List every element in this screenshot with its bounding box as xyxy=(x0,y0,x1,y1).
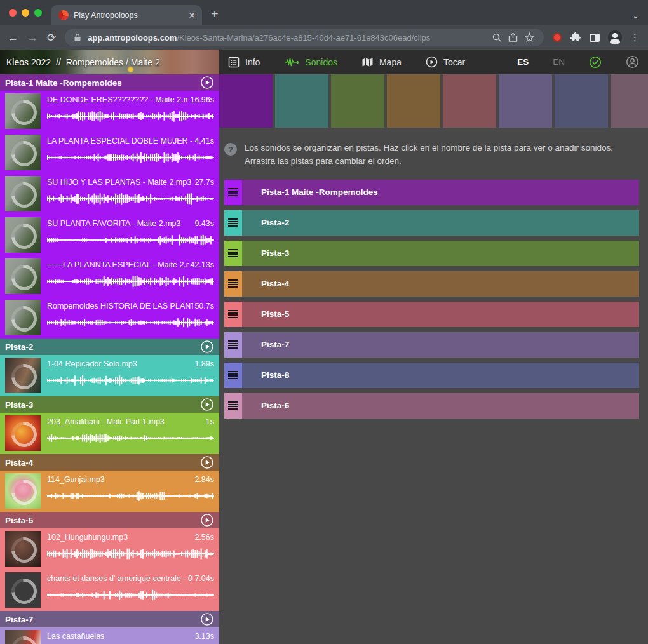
minimize-window-button[interactable] xyxy=(22,9,29,17)
audio-clip[interactable]: Rompemoldes HISTORIA DE LAS PLANTAS... 5… xyxy=(0,297,219,339)
track-row[interactable]: Pista-6 xyxy=(224,393,639,419)
account-icon[interactable] xyxy=(626,55,639,69)
drag-handle[interactable] xyxy=(224,271,242,297)
lang-en-button[interactable]: EN xyxy=(553,57,565,67)
audio-clip[interactable]: 114_Gunjai.mp3 2.84s xyxy=(0,471,219,512)
track-row-bar[interactable]: Pista-7 xyxy=(242,332,639,358)
zoom-page-icon[interactable] xyxy=(492,32,502,43)
drag-handle-icon xyxy=(228,218,238,227)
track-name: Pista-3 xyxy=(5,400,200,410)
track-play-icon[interactable] xyxy=(200,455,214,469)
track-rows: Pista-1 Maite -Rompemoldes Pista-2 Pista… xyxy=(224,180,639,419)
drag-handle[interactable] xyxy=(224,393,242,419)
breadcrumb-path: Rompemoldes / Maite 2 xyxy=(66,57,160,67)
track-row-bar[interactable]: Pista-3 xyxy=(242,241,639,266)
forward-button[interactable]: → xyxy=(27,32,38,43)
tab-close-icon[interactable]: ✕ xyxy=(188,10,196,20)
share-icon[interactable] xyxy=(508,32,518,43)
audio-clip[interactable]: SU HIJO Y LAS PLANTAS - Maite 2.mp3 27.7… xyxy=(0,173,219,215)
breadcrumb[interactable]: Kleos 2022 // Rompemoldes / Maite 2 xyxy=(0,50,219,74)
clip-duration: 3.13s xyxy=(194,632,214,641)
audio-clip[interactable]: SU PLANTA FAVORITA - Maite 2.mp3 9.43s xyxy=(0,215,219,256)
browser-menu-icon[interactable]: ⋮ xyxy=(630,32,640,43)
record-extension-icon[interactable] xyxy=(553,33,562,42)
track-play-icon[interactable] xyxy=(200,513,214,527)
tab-mapa-label: Mapa xyxy=(379,57,402,67)
track-row[interactable]: Pista-1 Maite -Rompemoldes xyxy=(224,180,639,205)
audio-clip[interactable]: LA PLANTA ESPECIAL DOBLE MUJER - Mai... … xyxy=(0,132,219,173)
waveform-icon xyxy=(284,57,299,67)
clip-duration: 7.04s xyxy=(194,574,214,583)
track-play-icon[interactable] xyxy=(200,340,214,354)
tab-tocar[interactable]: Tocar xyxy=(426,56,465,68)
track-row[interactable]: Pista-8 xyxy=(224,363,639,388)
clip-waveform xyxy=(47,233,214,247)
track-play-icon[interactable] xyxy=(200,398,214,412)
sidebar-track-section: Pista-5 102_Hunguhungu.mp3 2.56s chants … xyxy=(0,512,219,611)
new-tab-button[interactable]: + xyxy=(211,7,219,25)
audio-clip[interactable]: 1-04 Repicador Solo.mp3 1.89s xyxy=(0,355,219,396)
audio-clip[interactable]: 102_Hunguhungu.mp3 2.56s xyxy=(0,528,219,570)
track-row-bar[interactable]: Pista-8 xyxy=(242,363,639,388)
reload-button[interactable]: ⟳ xyxy=(47,32,56,43)
track-row-bar[interactable]: Pista-5 xyxy=(242,302,639,327)
audio-clip[interactable]: ------LA PLANNTA ESPECIAL - Maite 2.mp3 … xyxy=(0,256,219,297)
tab-sonidos-label: Sonidos xyxy=(305,57,337,67)
drag-handle-icon xyxy=(228,188,238,196)
track-header[interactable]: Pista-1 Maite -Rompemoldes xyxy=(0,74,219,91)
color-swatch xyxy=(499,74,552,128)
clip-name: 114_Gunjai.mp3 xyxy=(47,475,193,484)
drag-handle[interactable] xyxy=(224,210,242,236)
zoom-window-button[interactable] xyxy=(34,9,42,17)
drag-handle-icon xyxy=(228,371,238,379)
drag-handle[interactable] xyxy=(224,302,242,327)
browser-tab[interactable]: Play Antropoloops ✕ xyxy=(51,5,202,25)
audio-clip[interactable]: DE DONDE ERES???????? - Maite 2.mp3 16.9… xyxy=(0,91,219,132)
color-swatch xyxy=(611,74,648,128)
extensions-puzzle-icon[interactable] xyxy=(570,32,581,43)
close-window-button[interactable] xyxy=(9,9,17,17)
track-row[interactable]: Pista-2 xyxy=(224,210,639,236)
lang-es-button[interactable]: ES xyxy=(517,57,529,67)
drag-handle-icon xyxy=(228,340,238,349)
track-header[interactable]: Pista-4 xyxy=(0,454,219,471)
bookmark-star-icon[interactable] xyxy=(524,32,535,43)
track-row-bar[interactable]: Pista-2 xyxy=(242,210,639,236)
track-header[interactable]: Pista-7 xyxy=(0,611,219,627)
track-header[interactable]: Pista-5 xyxy=(0,512,219,528)
clip-name: LA PLANTA ESPECIAL DOBLE MUJER - Mai... xyxy=(47,137,193,145)
audio-clip[interactable]: Las castañuelas 3.13s xyxy=(0,627,219,644)
track-play-icon[interactable] xyxy=(200,76,214,90)
track-row-bar[interactable]: Pista-4 xyxy=(242,271,639,297)
side-panel-icon[interactable] xyxy=(590,34,600,42)
track-row[interactable]: Pista-5 xyxy=(224,302,639,327)
track-row-bar[interactable]: Pista-6 xyxy=(242,393,639,419)
tab-info[interactable]: Info xyxy=(228,57,260,68)
track-row[interactable]: Pista-7 xyxy=(224,332,639,358)
back-button[interactable]: ← xyxy=(8,32,18,43)
sidebar-track-section: Pista-4 114_Gunjai.mp3 2.84s xyxy=(0,454,219,512)
track-row-bar[interactable]: Pista-1 Maite -Rompemoldes xyxy=(242,180,639,205)
tab-mapa[interactable]: Mapa xyxy=(361,57,402,67)
audio-clip[interactable]: chants et danses d' amerique centrale - … xyxy=(0,570,219,611)
track-header[interactable]: Pista-2 xyxy=(0,339,219,355)
track-header[interactable]: Pista-3 xyxy=(0,396,219,413)
track-play-icon[interactable] xyxy=(200,612,214,626)
clip-thumbnail xyxy=(5,473,41,509)
clip-duration: 9.43s xyxy=(194,219,214,228)
tab-search-chevron-icon[interactable]: ⌄ xyxy=(632,11,639,20)
profile-avatar[interactable] xyxy=(608,30,622,44)
track-row[interactable]: Pista-4 xyxy=(224,271,639,297)
drag-handle[interactable] xyxy=(224,332,242,358)
drag-handle[interactable] xyxy=(224,241,242,266)
drag-handle[interactable] xyxy=(224,363,242,388)
map-pin-icon xyxy=(128,67,133,72)
url-text[interactable]: app.antropoloops.com/Kleos-Santa-Marina/… xyxy=(88,33,485,43)
address-bar[interactable]: app.antropoloops.com/Kleos-Santa-Marina/… xyxy=(65,29,544,46)
tab-sonidos[interactable]: Sonidos xyxy=(284,57,337,67)
clip-name: Las castañuelas xyxy=(47,632,193,641)
clip-duration: 50.7s xyxy=(194,302,214,311)
track-row[interactable]: Pista-3 xyxy=(224,241,639,266)
drag-handle[interactable] xyxy=(224,180,242,205)
audio-clip[interactable]: 203_Amalihani - Mali: Part 1.mp3 1s xyxy=(0,413,219,454)
